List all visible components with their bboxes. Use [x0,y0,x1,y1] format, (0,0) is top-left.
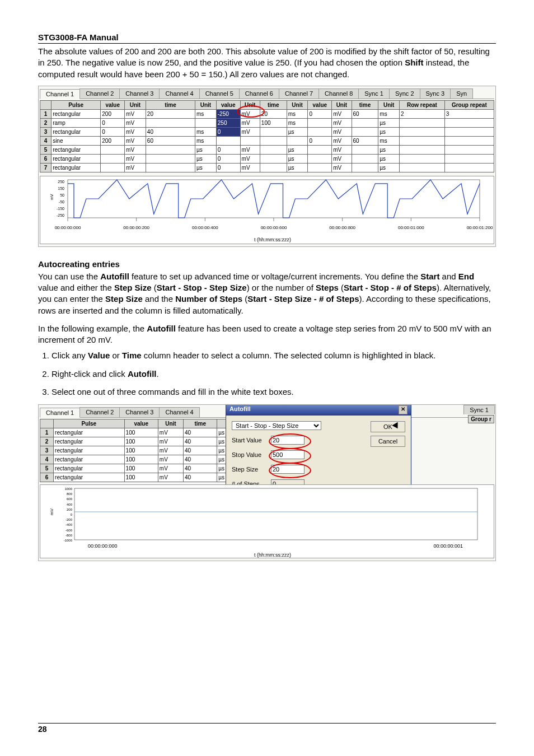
cell[interactable]: rectangular [54,437,125,446]
cell[interactable]: 5 [40,145,51,154]
cell[interactable]: 40 [184,473,217,482]
cell[interactable]: mV [125,163,146,172]
cell[interactable]: rectangular [51,163,101,172]
cell[interactable] [308,145,332,154]
tab-sync-2[interactable]: Sync 2 [389,88,420,99]
col-header[interactable]: Unit [287,100,308,109]
cell[interactable]: µs [287,154,308,163]
cell[interactable]: sine [51,136,101,145]
cell[interactable]: 40 [184,464,217,473]
cell[interactable]: 2 [40,118,51,127]
cell[interactable] [352,127,378,136]
cell[interactable]: 40 [184,437,217,446]
cell[interactable] [308,118,332,127]
cell[interactable] [400,163,445,172]
tab-sync-1[interactable]: Sync 1 [358,88,390,99]
cell[interactable]: rectangular [54,473,125,482]
cell[interactable] [352,154,378,163]
cell[interactable]: µs [195,163,217,172]
cell[interactable]: ms [378,136,400,145]
cell[interactable] [444,163,494,172]
col-header[interactable]: Group repeat [444,100,494,109]
cell[interactable]: 100 [124,428,158,437]
cell[interactable] [308,154,332,163]
col-header[interactable]: Unit [158,419,183,428]
tab-channel-2[interactable]: Channel 2 [79,88,120,99]
cell[interactable]: 0 [101,127,125,136]
cell[interactable]: 60 [352,109,378,118]
cell[interactable] [352,145,378,154]
cell[interactable]: µs [287,145,308,154]
cell[interactable]: µs [195,145,217,154]
cell[interactable] [444,127,494,136]
cell[interactable]: mV [125,127,146,136]
tab-channel-4[interactable]: Channel 4 [159,407,199,417]
cell[interactable]: 200 [101,136,125,145]
cell[interactable]: mV [240,145,260,154]
cell[interactable]: ms [195,127,217,136]
cell[interactable] [216,136,240,145]
col-header[interactable]: Unit [195,100,217,109]
cell[interactable] [400,145,445,154]
tab-channel-8[interactable]: Channel 8 [318,88,359,99]
dialog-titlebar[interactable]: Autofill ✕ [226,404,411,416]
cell[interactable]: 6 [40,154,51,163]
cell[interactable] [260,136,287,145]
cell[interactable]: µs [287,163,308,172]
cell[interactable]: 100 [260,118,287,127]
cell[interactable] [260,127,287,136]
tab-channel-1[interactable]: Channel 1 [40,408,80,418]
cell[interactable]: 0 [216,127,240,136]
cell[interactable]: 100 [124,455,158,464]
cell[interactable]: -250 [216,109,240,118]
cell[interactable] [400,136,445,145]
cell[interactable]: ms [287,118,308,127]
cell[interactable]: ms [287,109,308,118]
cell[interactable]: 40 [146,127,195,136]
col-header[interactable]: Unit [240,100,260,109]
cell[interactable]: µs [287,127,308,136]
tab-channel-3[interactable]: Channel 3 [119,407,160,417]
cell[interactable]: 0 [216,154,240,163]
cell[interactable]: 60 [146,136,195,145]
cell[interactable]: µs [378,145,400,154]
tab-channel-7[interactable]: Channel 7 [279,88,319,99]
cell[interactable]: µs [378,163,400,172]
cell[interactable] [260,163,287,172]
cell[interactable]: mV [158,464,183,473]
cell[interactable]: 1 [40,109,51,118]
cell[interactable]: 40 [184,455,217,464]
cell[interactable]: mV [332,154,352,163]
cell[interactable]: mV [125,154,146,163]
cell[interactable]: ms [195,136,217,145]
col-header[interactable]: time [184,419,217,428]
tab-sync-3[interactable]: Sync 3 [420,88,451,99]
tab-sync-1[interactable]: Sync 1 [463,405,495,414]
cell[interactable]: rectangular [51,145,101,154]
cell[interactable] [146,163,195,172]
cell[interactable]: mV [125,136,146,145]
col-header[interactable]: Row repeat [400,100,445,109]
col-header[interactable]: time [352,100,378,109]
cell[interactable]: mV [332,145,352,154]
start-value-input[interactable] [271,436,305,445]
cell[interactable] [101,154,125,163]
cell[interactable]: mV [332,118,352,127]
col-header[interactable]: Unit [125,100,146,109]
cell[interactable]: 40 [184,428,217,437]
col-header[interactable] [40,419,54,428]
col-header[interactable]: Unit [378,100,400,109]
cell[interactable]: µs [378,154,400,163]
cell[interactable]: ramp [51,118,101,127]
cell[interactable]: µs [378,118,400,127]
cell[interactable] [444,154,494,163]
cell[interactable] [400,127,445,136]
cell[interactable]: mV [240,118,260,127]
cell[interactable]: mV [158,473,183,482]
cell[interactable]: rectangular [54,428,125,437]
tab-channel-3[interactable]: Channel 3 [119,88,160,99]
cell[interactable]: µs [378,127,400,136]
cell[interactable]: 100 [124,473,158,482]
cell[interactable]: mV [125,109,146,118]
cell[interactable]: 60 [352,136,378,145]
